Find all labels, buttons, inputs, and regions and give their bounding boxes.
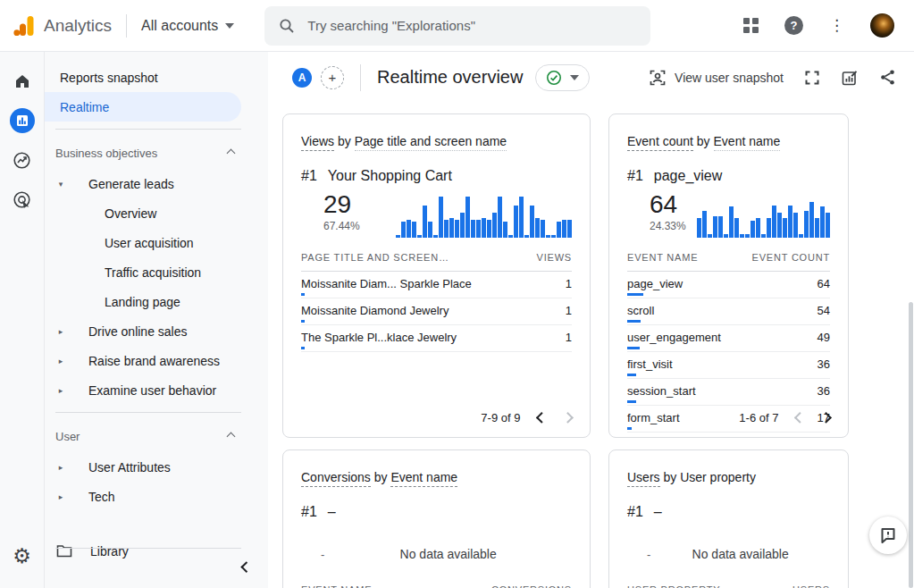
row-label: form_start — [627, 411, 680, 424]
sidebar-item-label: Drive online sales — [88, 324, 188, 339]
column-header[interactable]: PAGE TITLE AND SCREEN… — [301, 252, 449, 263]
reports-sidebar: Reports snapshot Realtime Business objec… — [45, 52, 268, 588]
rank-label: #1 — [301, 168, 317, 184]
metric-label[interactable]: Conversions — [301, 470, 371, 487]
search-input[interactable] — [307, 18, 636, 33]
page-title: Realtime overview — [377, 67, 523, 88]
search-bar[interactable] — [264, 6, 650, 46]
sidebar-divider — [55, 548, 241, 549]
sidebar-item-realtime[interactable]: Realtime — [45, 92, 241, 122]
user-avatar[interactable] — [870, 13, 894, 38]
sidebar-item-raise-brand-awareness[interactable]: ▸ Raise brand awareness — [45, 346, 268, 375]
column-header[interactable]: EVENT COUNT — [752, 252, 830, 263]
share-icon[interactable] — [879, 69, 896, 86]
help-icon[interactable]: ? — [784, 16, 803, 35]
top-entry-name: – — [328, 504, 336, 520]
table-row[interactable]: scroll 54 — [627, 298, 830, 325]
column-header[interactable]: USER PROPERTY — [627, 584, 720, 588]
table-header: PAGE TITLE AND SCREEN… VIEWS — [301, 252, 572, 272]
sidebar-item-generate-leads[interactable]: ▾ Generate leads — [45, 169, 268, 198]
settings-gear-icon[interactable]: ⚙ — [13, 544, 31, 568]
row-value: 36 — [818, 357, 830, 371]
no-data-row: - No data available — [301, 547, 572, 561]
prev-page-icon[interactable] — [537, 412, 548, 423]
feedback-button[interactable] — [869, 517, 907, 554]
metric-label[interactable]: Event count — [627, 134, 693, 151]
header-actions: View user snapshot — [649, 69, 896, 87]
reports-icon[interactable] — [7, 105, 38, 136]
fullscreen-icon[interactable] — [804, 70, 820, 86]
feedback-bubble-icon — [879, 526, 897, 544]
table-row[interactable]: user_engagement 49 — [627, 325, 830, 352]
triangle-right-icon: ▸ — [56, 357, 65, 365]
sidebar-item-drive-online-sales[interactable]: ▸ Drive online sales — [45, 316, 268, 346]
sidebar-item-library[interactable]: Library — [45, 536, 268, 566]
metric-label[interactable]: Users — [627, 470, 660, 487]
metric-row: 64 24.33% — [627, 191, 830, 238]
row-bar — [627, 374, 636, 376]
dimension-label[interactable]: User property — [680, 470, 756, 484]
sidebar-item-user-acquisition[interactable]: User acquisition — [45, 228, 268, 257]
column-header[interactable]: VIEWS — [537, 252, 572, 263]
sidebar-item-user-attributes[interactable]: ▸ User Attributes — [45, 452, 268, 482]
sidebar-item-reports-snapshot[interactable]: Reports snapshot — [45, 63, 268, 92]
card-views-by-page-title: Views by Page title and screen name #1 Y… — [282, 113, 591, 438]
table-row[interactable]: Moissanite Diamond Jewelry 1 — [301, 298, 572, 325]
sidebar-item-landing-page[interactable]: Landing page — [45, 287, 268, 316]
column-header[interactable]: EVENT NAME — [301, 584, 372, 588]
table-row[interactable]: Moissanite Diam... Sparkle Place 1 — [301, 272, 572, 298]
pagination: 1-6 of 7 — [739, 411, 830, 424]
sidebar-item-overview[interactable]: Overview — [45, 198, 268, 228]
dimension-label[interactable]: Event name — [390, 470, 457, 487]
vertical-scrollbar[interactable] — [909, 302, 913, 588]
dimension-label[interactable]: Event name — [714, 134, 781, 151]
card-users-by-user-property: Users by User property #1 – - No data av… — [608, 449, 849, 588]
home-icon[interactable] — [7, 66, 38, 97]
table-row[interactable]: page_view 64 — [627, 272, 830, 298]
column-header[interactable]: USERS — [792, 584, 830, 588]
row-label: The Sparkle Pl...klace Jewelry — [301, 331, 457, 344]
customize-report-icon[interactable] — [841, 69, 859, 87]
sidebar-item-examine-user-behavior[interactable]: ▸ Examine user behavior — [45, 375, 268, 405]
next-page-icon[interactable] — [820, 412, 831, 423]
status-ok-icon — [546, 70, 562, 86]
sidebar-item-tech[interactable]: ▸ Tech — [45, 482, 268, 511]
explore-icon[interactable] — [7, 145, 38, 175]
column-header[interactable]: EVENT NAME — [627, 252, 698, 263]
chevron-down-icon — [570, 75, 579, 80]
collapse-sidebar-button[interactable] — [242, 559, 250, 574]
metric-label[interactable]: Views — [301, 134, 334, 151]
more-vertical-icon[interactable]: ⋮ — [829, 18, 844, 33]
sidebar-divider — [55, 412, 241, 413]
chevron-up-icon — [227, 148, 236, 157]
triangle-right-icon: ▸ — [56, 386, 65, 395]
top-entry-name: – — [654, 504, 662, 520]
column-header[interactable]: CONVERSIONS — [491, 584, 572, 588]
table-row[interactable]: session_start 36 — [627, 379, 830, 406]
metric-percent: 67.44% — [323, 220, 360, 232]
pagination: 7-9 of 9 — [481, 411, 572, 424]
row-bar — [301, 293, 305, 296]
ga-logo-area[interactable]: Analytics — [0, 14, 112, 38]
dimension-label[interactable]: Page title and screen name — [355, 134, 507, 151]
property-badge[interactable]: A — [292, 68, 312, 88]
section-business-objectives[interactable]: Business objectives — [45, 137, 268, 169]
top-entry: #1 page_view — [627, 168, 830, 184]
sidebar-item-traffic-acquisition[interactable]: Traffic acquisition — [45, 257, 268, 287]
table-row[interactable]: first_visit 36 — [627, 352, 830, 379]
section-user[interactable]: User — [45, 420, 268, 452]
view-user-snapshot-button[interactable]: View user snapshot — [649, 69, 784, 87]
add-comparison-button[interactable]: + — [321, 66, 344, 89]
table-row[interactable]: The Sparkle Pl...klace Jewelry 1 — [301, 325, 572, 352]
account-selector-label: All accounts — [141, 18, 218, 34]
advertising-icon[interactable] — [7, 184, 38, 214]
card-conversions-by-event-name: Conversions by Event name #1 – - No data… — [282, 449, 591, 588]
no-data-row: - No data available — [627, 547, 830, 561]
report-status-dropdown[interactable] — [535, 64, 590, 91]
row-value: 36 — [818, 384, 830, 398]
row-value: 64 — [818, 277, 830, 290]
apps-grid-icon[interactable] — [743, 18, 759, 33]
metric-value: 29 — [323, 191, 360, 218]
account-selector[interactable]: All accounts — [141, 18, 234, 34]
row-value: 1 — [566, 277, 572, 290]
